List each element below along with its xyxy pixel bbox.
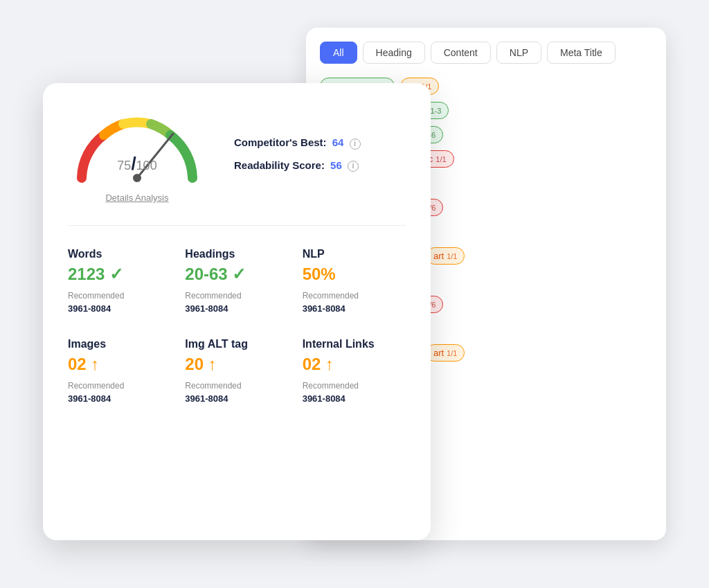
details-analysis-link[interactable]: Details Analysis xyxy=(68,193,206,203)
score-max: 100 xyxy=(136,159,157,172)
screenshot-container: All Heading Content NLP Meta Title write… xyxy=(43,28,666,568)
svg-point-1 xyxy=(133,174,141,182)
tag-item[interactable]: art 1/1 xyxy=(426,344,465,362)
metric-value: 02 ↑ xyxy=(68,355,171,374)
metric-recommended: Recommended3961-8084 xyxy=(68,380,171,406)
readability-row: Readability Score: 56 i xyxy=(234,159,361,172)
metric-value: 20-63 ✓ xyxy=(185,265,288,284)
tab-all[interactable]: All xyxy=(320,42,357,64)
readability-value: 56 xyxy=(330,159,342,171)
metrics-grid: Words2123 ✓Recommended3961-8084Headings2… xyxy=(68,248,406,405)
competitors-best-label: Competitor's Best: xyxy=(234,136,327,148)
metric-value: 50% xyxy=(303,265,406,284)
tab-heading[interactable]: Heading xyxy=(363,42,425,64)
tab-nlp[interactable]: NLP xyxy=(496,42,541,64)
metric-item-words: Words2123 ✓Recommended3961-8084 xyxy=(68,248,171,316)
metric-recommended: Recommended3961-8084 xyxy=(185,289,288,316)
metric-recommended: Recommended3961-8084 xyxy=(68,289,171,316)
metric-value: 2123 ✓ xyxy=(68,265,171,284)
metric-label: Images xyxy=(68,338,171,350)
tab-content[interactable]: Content xyxy=(431,42,491,64)
tag-item[interactable]: art 1/1 xyxy=(426,247,465,265)
metric-label: NLP xyxy=(303,248,406,260)
metric-recommended: Recommended3961-8084 xyxy=(303,380,406,406)
metric-label: Headings xyxy=(185,248,288,260)
score-value: 75 xyxy=(117,159,131,172)
score-panel: 75/100 Details Analysis Competitor's Bes… xyxy=(43,83,431,540)
gauge-wrapper: 75/100 xyxy=(68,105,206,188)
tabs-row: All Heading Content NLP Meta Title xyxy=(320,42,652,64)
metric-value: 20 ↑ xyxy=(185,355,288,374)
competitors-best-row: Competitor's Best: 64 i xyxy=(234,136,361,149)
gauge-info: Competitor's Best: 64 i Readability Scor… xyxy=(234,136,361,171)
metric-label: Internal Links xyxy=(303,338,406,350)
gauge-svg xyxy=(68,105,206,188)
metric-value: 02 ↑ xyxy=(303,355,406,374)
gauge-score: 75/100 xyxy=(117,153,156,175)
metric-item-internal-links: Internal Links02 ↑Recommended3961-8084 xyxy=(303,338,406,406)
competitors-info-icon[interactable]: i xyxy=(350,139,361,150)
readability-label: Readability Score: xyxy=(234,159,325,171)
metric-item-headings: Headings20-63 ✓Recommended3961-8084 xyxy=(185,248,288,316)
metric-item-nlp: NLP50% Recommended3961-8084 xyxy=(303,248,406,316)
metric-item-img-alt-tag: Img ALT tag20 ↑Recommended3961-8084 xyxy=(185,338,288,406)
metric-item-images: Images02 ↑Recommended3961-8084 xyxy=(68,338,171,406)
metric-recommended: Recommended3961-8084 xyxy=(185,380,288,406)
metric-recommended: Recommended3961-8084 xyxy=(303,289,406,316)
score-main: 75/100 xyxy=(117,153,156,175)
gauge-section: 75/100 Details Analysis Competitor's Bes… xyxy=(68,105,406,226)
readability-info-icon[interactable]: i xyxy=(348,161,359,172)
metric-label: Words xyxy=(68,248,171,260)
competitors-best-value: 64 xyxy=(332,136,344,148)
tab-meta-title[interactable]: Meta Title xyxy=(547,42,616,64)
metric-label: Img ALT tag xyxy=(185,338,288,350)
